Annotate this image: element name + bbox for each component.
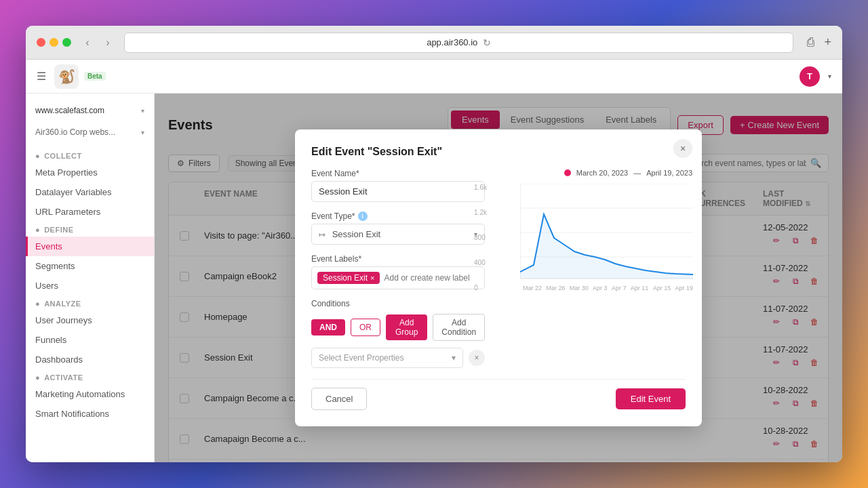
modal-footer: Cancel Edit Event xyxy=(311,379,686,410)
sidebar-item-events[interactable]: Events xyxy=(26,237,154,256)
chart-svg xyxy=(520,184,693,282)
sidebar-item-label: Segments xyxy=(35,261,75,271)
site-selector-1[interactable]: www.scalefast.com ▾ xyxy=(26,102,154,119)
forward-button[interactable]: › xyxy=(100,35,116,51)
x-label-3: Apr 3 xyxy=(593,285,608,291)
event-type-group: Event Type* i ↦ Session Exit ▾ xyxy=(311,211,485,245)
nav-buttons: ‹ › xyxy=(79,35,116,51)
site-selector-2[interactable]: Air360.io Corp webs... ▾ xyxy=(26,125,154,140)
condition-remove-button[interactable]: × xyxy=(469,350,485,366)
logo-emoji: 🐒 xyxy=(58,68,75,85)
chart-date-separator: — xyxy=(633,169,641,177)
chart-y-labels: 1.6k 1.2k 800 400 0 xyxy=(474,184,487,291)
avatar-caret-icon[interactable]: ▾ xyxy=(828,73,831,80)
modal-form: Event Name* Event Type* i xyxy=(311,169,485,368)
sidebar-item-users[interactable]: Users xyxy=(26,276,154,296)
condition-chevron-icon: ▾ xyxy=(452,353,456,363)
and-button[interactable]: AND xyxy=(311,319,345,336)
y-label-4: 1.6k xyxy=(474,184,487,191)
hamburger-icon[interactable]: ☰ xyxy=(37,70,46,83)
site-selector-text-1: www.scalefast.com xyxy=(35,106,104,115)
cancel-button[interactable]: Cancel xyxy=(311,388,367,410)
sidebar-item-marketing-automations[interactable]: Marketing Automations xyxy=(26,384,154,404)
sidebar-item-url-parameters[interactable]: URL Parameters xyxy=(26,202,154,222)
sidebar-item-meta-properties[interactable]: Meta Properties xyxy=(26,163,154,182)
traffic-light-green[interactable] xyxy=(62,38,71,47)
conditions-row: AND OR Add Group Add Condition xyxy=(311,314,485,341)
label-area[interactable]: Session Exit × xyxy=(311,266,485,289)
sidebar-item-user-journeys[interactable]: User Journeys xyxy=(26,310,154,330)
logo-area: 🐒 Beta xyxy=(54,64,106,89)
sidebar-item-label: Dashboards xyxy=(35,354,83,365)
conditions-label: Conditions xyxy=(311,299,485,308)
modal-title: Edit Event "Session Exit" xyxy=(311,146,686,158)
event-name-group: Event Name* xyxy=(311,169,485,202)
content-area: Events Events Event Suggestions Event La… xyxy=(155,94,842,462)
add-group-button[interactable]: Add Group xyxy=(386,314,427,340)
x-label-1: Mar 26 xyxy=(546,285,565,291)
activate-dot-icon: ● xyxy=(35,373,40,382)
x-label-4: Apr 7 xyxy=(612,285,627,291)
app-logo: 🐒 xyxy=(54,64,79,89)
modal-overlay: × Edit Event "Session Exit" Event Name* xyxy=(155,94,842,462)
event-type-select[interactable]: ↦ Session Exit ▾ xyxy=(311,224,485,245)
browser-window: ‹ › app.air360.io ↻ ⎙ + ☰ 🐒 Beta T ▾ www… xyxy=(26,26,842,462)
modal-chart: March 20, 2023 — April 19, 2023 1.6k 1.2… xyxy=(496,169,692,368)
event-labels-label: Event Labels* xyxy=(311,254,485,264)
sidebar-item-label: Events xyxy=(35,241,62,251)
section-label-analyze: ● ANALYZE xyxy=(26,296,154,310)
share-icon[interactable]: ⎙ xyxy=(807,35,814,49)
condition-placeholder: Select Event Properties xyxy=(319,353,403,363)
section-label-define: ● DEFINE xyxy=(26,222,154,237)
condition-select[interactable]: Select Event Properties ▾ xyxy=(311,348,463,368)
sidebar-item-label: Marketing Automations xyxy=(35,389,125,399)
define-dot-icon: ● xyxy=(35,226,40,234)
chart-wrapper: 1.6k 1.2k 800 400 0 xyxy=(496,184,692,291)
x-label-6: Apr 15 xyxy=(653,285,671,291)
collect-dot-icon: ● xyxy=(35,152,40,160)
label-input[interactable] xyxy=(384,273,479,283)
edit-event-button[interactable]: Edit Event xyxy=(616,388,686,409)
new-tab-icon[interactable]: + xyxy=(824,35,831,49)
beta-badge: Beta xyxy=(84,72,106,81)
user-avatar[interactable]: T xyxy=(800,66,820,87)
site-selector-caret-1: ▾ xyxy=(141,107,144,115)
analyze-dot-icon: ● xyxy=(35,300,40,308)
browser-chrome: ‹ › app.air360.io ↻ ⎙ + xyxy=(26,26,842,60)
back-button[interactable]: ‹ xyxy=(79,35,96,51)
sidebar-item-datalayer-variables[interactable]: Datalayer Variables xyxy=(26,182,154,202)
conditions-section: Conditions AND OR Add Group Add Conditio… xyxy=(311,299,485,368)
url-text: app.air360.io xyxy=(427,37,477,47)
info-icon: i xyxy=(358,211,368,221)
sidebar-item-funnels[interactable]: Funnels xyxy=(26,330,154,350)
sidebar-item-label: Funnels xyxy=(35,335,66,345)
event-name-input[interactable] xyxy=(311,181,485,202)
sidebar: www.scalefast.com ▾ Air360.io Corp webs.… xyxy=(26,94,155,462)
event-type-label: Event Type* i xyxy=(311,211,485,221)
chart-x-labels: Mar 22 Mar 26 Mar 30 Apr 3 Apr 7 Apr 11 … xyxy=(520,285,693,291)
chart-date-end: April 19, 2023 xyxy=(646,169,692,177)
sidebar-item-segments[interactable]: Segments xyxy=(26,256,154,276)
condition-select-wrapper: Select Event Properties ▾ xyxy=(311,348,463,368)
modal-close-button[interactable]: × xyxy=(673,139,692,158)
section-label-collect: ● COLLECT xyxy=(26,148,154,163)
traffic-light-red[interactable] xyxy=(37,38,45,47)
traffic-light-yellow[interactable] xyxy=(50,38,58,47)
edit-event-modal: × Edit Event "Session Exit" Event Name* xyxy=(295,129,702,426)
label-tag-remove[interactable]: × xyxy=(370,274,374,282)
or-button[interactable]: OR xyxy=(351,319,380,336)
event-label-tag: Session Exit × xyxy=(317,272,380,284)
reload-button[interactable]: ↻ xyxy=(483,37,491,48)
address-bar[interactable]: app.air360.io ↻ xyxy=(124,33,793,53)
sidebar-item-dashboards[interactable]: Dashboards xyxy=(26,350,154,369)
browser-toolbar-right: ⎙ + xyxy=(807,35,831,49)
traffic-lights xyxy=(37,38,71,47)
sidebar-item-label: Meta Properties xyxy=(35,167,98,178)
chart-date-start: March 20, 2023 xyxy=(576,169,628,177)
add-condition-button[interactable]: Add Condition xyxy=(433,314,485,341)
site-selector-text-2: Air360.io Corp webs... xyxy=(35,127,115,137)
x-label-0: Mar 22 xyxy=(523,285,542,291)
sidebar-item-smart-notifications[interactable]: Smart Notifications xyxy=(26,404,154,424)
y-label-2: 800 xyxy=(474,234,487,241)
chart-date-dot xyxy=(564,169,571,176)
